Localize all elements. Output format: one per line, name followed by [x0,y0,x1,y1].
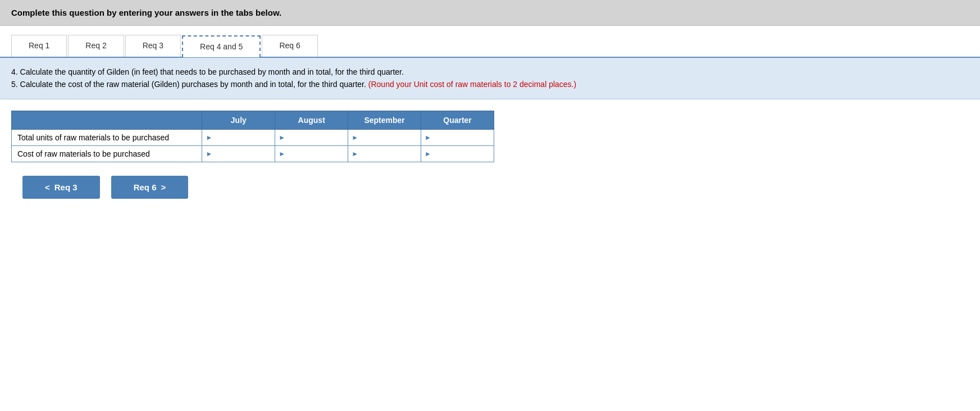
row1-august-input[interactable] [288,133,344,142]
data-table: July August September Quarter Total unit… [11,111,494,162]
next-button-label: Req 6 [134,182,157,192]
tab-req2[interactable]: Req 2 [68,35,124,57]
col-header-july: July [202,111,275,129]
row2-quarter-cell[interactable]: ► [421,145,494,162]
arrow-icon: ► [425,150,431,158]
row1-september-input[interactable] [361,133,417,142]
arrow-icon: ► [425,134,431,141]
header-instruction: Complete this question by entering your … [11,8,969,17]
row2-july-input[interactable] [215,149,271,158]
tab-req6[interactable]: Req 6 [262,35,317,57]
row2-august-input[interactable] [288,149,344,158]
row2-september-input[interactable] [361,149,417,158]
row1-july-cell[interactable]: ► [202,129,275,145]
content-area: July August September Quarter Total unit… [0,99,980,210]
prev-button-label: Req 3 [54,182,78,192]
table-row: Total units of raw materials to be purch… [12,129,494,145]
instruction-line2: 5. Calculate the cost of the raw materia… [11,78,969,90]
arrow-icon: ► [279,134,285,141]
row2-july-cell[interactable]: ► [202,145,275,162]
table-row: Cost of raw materials to be purchased ► … [12,145,494,162]
col-header-september: September [348,111,421,129]
arrow-icon: ► [206,150,212,158]
col-header-empty [12,111,202,129]
tabs-container: Req 1 Req 2 Req 3 Req 4 and 5 Req 6 [0,26,980,58]
instruction-line2-red: (Round your Unit cost of raw materials t… [368,80,576,89]
prev-arrow-icon: < [45,182,50,192]
col-header-august: August [275,111,348,129]
next-button[interactable]: Req 6 > [111,176,189,199]
next-arrow-icon: > [161,182,166,192]
row1-july-input[interactable] [215,133,271,142]
arrow-icon: ► [279,150,285,158]
row1-quarter-cell[interactable]: ► [421,129,494,145]
row2-label: Cost of raw materials to be purchased [12,145,202,162]
nav-buttons: < Req 3 Req 6 > [11,176,969,199]
row1-september-cell[interactable]: ► [348,129,421,145]
tab-req1[interactable]: Req 1 [11,35,67,57]
tab-req3[interactable]: Req 3 [125,35,181,57]
header-bar: Complete this question by entering your … [0,0,980,26]
tab-req4and5[interactable]: Req 4 and 5 [182,35,261,57]
row2-quarter-input[interactable] [434,149,490,158]
row1-label: Total units of raw materials to be purch… [12,129,202,145]
instructions-box: 4. Calculate the quantity of Gilden (in … [0,58,980,99]
arrow-icon: ► [206,134,212,141]
row2-september-cell[interactable]: ► [348,145,421,162]
arrow-icon: ► [352,150,358,158]
prev-button[interactable]: < Req 3 [22,176,100,199]
row2-august-cell[interactable]: ► [275,145,348,162]
row1-quarter-input[interactable] [434,133,490,142]
row1-august-cell[interactable]: ► [275,129,348,145]
col-header-quarter: Quarter [421,111,494,129]
arrow-icon: ► [352,134,358,141]
instruction-line1: 4. Calculate the quantity of Gilden (in … [11,66,969,78]
